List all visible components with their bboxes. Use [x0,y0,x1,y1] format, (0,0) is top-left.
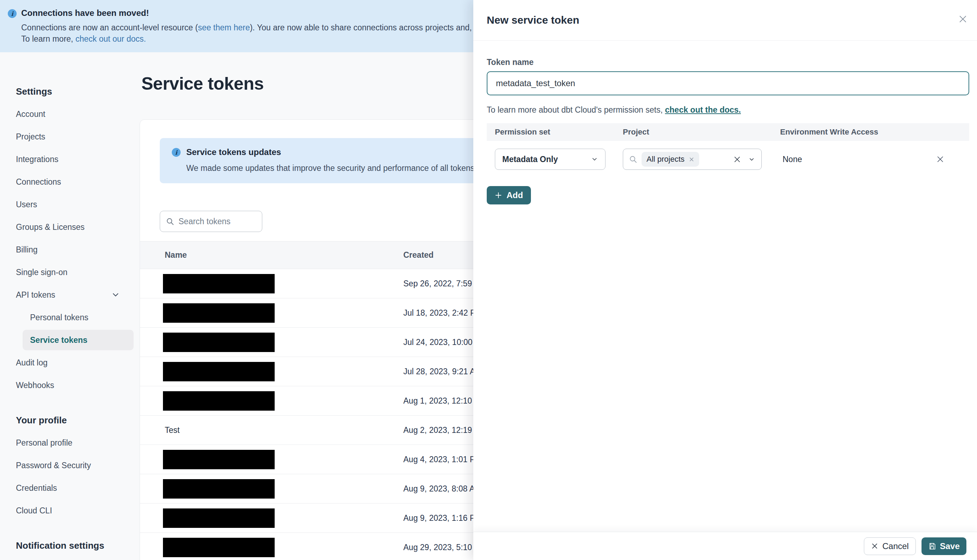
sidebar-item-single-sign-on[interactable]: Single sign-on [0,261,141,283]
token-name: Test [163,425,403,435]
redacted-token-name [163,538,274,557]
banner-title: Connections have been moved! [21,7,477,19]
sidebar-heading-notification-settings: Notification settings [0,534,141,557]
infobox-title: Service tokens updates [186,147,504,157]
add-permission-button[interactable]: Add [487,186,531,205]
sidebar-item-account[interactable]: Account [0,103,141,125]
banner-line3-pre: To learn more, [21,34,75,43]
permissions-table-header: Permission set Project Environment Write… [487,123,969,141]
sidebar-heading-settings: Settings [0,80,141,103]
page-title: Service tokens [141,73,264,94]
sidebar-gap [0,522,141,534]
clear-selection-icon[interactable] [733,155,741,163]
sidebar-item-projects[interactable]: Projects [0,125,141,148]
column-header-env-write-access: Environment Write Access [780,127,911,137]
new-service-token-drawer: New service token Token name To learn mo… [473,0,977,560]
close-icon[interactable] [954,11,971,28]
search-tokens-box [160,211,262,232]
chip-label: All projects [646,155,685,164]
environment-write-access-value: None [780,155,911,164]
cancel-button-label: Cancel [882,541,909,551]
infobox-body: We made some updates that improve the se… [186,163,504,173]
redacted-token-name [163,479,274,498]
column-header-name: Name [140,250,403,260]
drawer-header: New service token [473,0,977,41]
sidebar-item-personal-tokens[interactable]: Personal tokens [0,306,141,329]
helper-pre: To learn more about dbt Cloud's permissi… [487,105,665,114]
redacted-token-name [163,391,274,411]
sidebar-item-billing[interactable]: Billing [0,238,141,261]
settings-sidebar: Settings Account Projects Integrations C… [0,52,141,560]
permission-set-value: Metadata Only [502,155,558,164]
sidebar-item-password-security[interactable]: Password & Security [0,454,141,477]
search-icon [629,155,637,163]
redacted-token-name [163,333,274,352]
sidebar-item-connections[interactable]: Connections [0,170,141,193]
chevron-down-icon [111,290,120,299]
redacted-token-name [163,508,274,528]
sidebar-item-api-tokens[interactable]: API tokens [0,283,134,306]
save-button-label: Save [940,541,960,551]
save-icon [928,542,936,550]
chevron-down-icon [591,156,598,163]
sidebar-item-personal-profile[interactable]: Personal profile [0,432,141,454]
permission-row: Metadata Only All projects [487,148,969,170]
check-out-docs-link[interactable]: check out our docs. [75,34,146,43]
token-name-input[interactable] [487,71,969,95]
redacted-token-name [163,362,274,381]
redacted-token-name [163,274,274,293]
info-icon: i [172,147,181,173]
permission-helper-text: To learn more about dbt Cloud's permissi… [487,105,969,115]
sidebar-item-users[interactable]: Users [0,193,141,216]
search-icon [166,217,174,226]
sidebar-item-audit-log[interactable]: Audit log [0,351,141,374]
all-projects-chip[interactable]: All projects [642,152,699,167]
plus-icon [495,192,502,199]
sidebar-item-service-tokens[interactable]: Service tokens [0,329,141,351]
check-out-the-docs-link[interactable]: check out the docs. [665,105,741,114]
sidebar-item-credentials[interactable]: Credentials [0,477,141,499]
drawer-footer: Cancel Save [473,532,977,560]
banner-line-3: To learn more, check out our docs. [21,33,477,45]
search-input[interactable] [179,217,257,226]
add-button-label: Add [507,190,523,200]
sidebar-item-label: API tokens [16,290,55,300]
sidebar-item-webhooks[interactable]: Webhooks [0,374,141,397]
sidebar-gap [0,397,141,409]
sidebar-item-integrations[interactable]: Integrations [0,148,141,170]
banner-line-2: Connections are now an account-level res… [21,22,477,33]
column-header-project: Project [623,127,780,137]
permission-set-select[interactable]: Metadata Only [495,148,606,170]
sidebar-selected-pill: Service tokens [23,330,134,350]
redacted-token-name [163,303,274,323]
info-icon: i [8,9,17,18]
banner-line2-pre: Connections are now an account-level res… [21,23,198,32]
save-button[interactable]: Save [922,537,966,555]
chip-remove-icon[interactable] [689,157,694,162]
sidebar-item-cloud-cli[interactable]: Cloud CLI [0,499,141,522]
project-multiselect[interactable]: All projects [623,148,762,170]
sidebar-item-groups-licenses[interactable]: Groups & Licenses [0,216,141,238]
column-header-permission-set: Permission set [487,127,623,137]
sidebar-heading-your-profile: Your profile [0,409,141,432]
close-icon [871,542,878,550]
token-name-label: Token name [487,58,969,67]
cancel-button[interactable]: Cancel [864,537,916,555]
chevron-down-icon[interactable] [748,156,755,163]
see-them-here-link[interactable]: see them here [198,23,250,32]
remove-row-icon[interactable] [936,155,945,163]
page: i Connections have been moved! Connectio… [0,0,977,560]
drawer-title: New service token [487,14,579,26]
redacted-token-name [163,450,274,469]
